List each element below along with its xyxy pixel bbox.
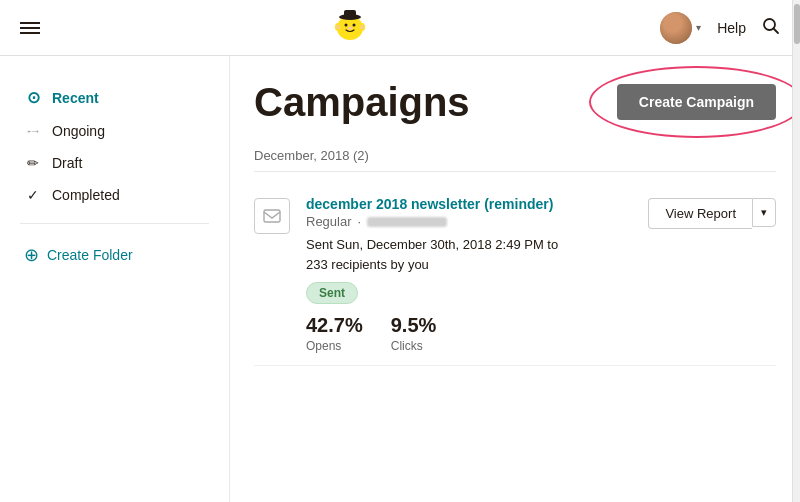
sidebar-label-recent: Recent [52, 90, 99, 106]
svg-rect-13 [264, 210, 280, 222]
page-header: Campaigns Create Campaign [254, 80, 776, 124]
sidebar-item-recent[interactable]: ⊙ Recent [0, 80, 229, 115]
campaign-item: december 2018 newsletter (reminder) Regu… [254, 184, 776, 366]
clicks-label: Clicks [391, 339, 437, 353]
user-avatar-button[interactable]: ▾ [660, 12, 701, 44]
clicks-value: 9.5% [391, 314, 437, 337]
create-folder-button[interactable]: ⊕ Create Folder [0, 236, 229, 274]
view-report-button[interactable]: View Report [648, 198, 752, 229]
draft-icon: ✏ [24, 155, 42, 171]
clicks-stat: 9.5% Clicks [391, 314, 437, 353]
create-folder-label: Create Folder [47, 247, 133, 263]
create-folder-icon: ⊕ [24, 244, 39, 266]
svg-point-3 [353, 23, 356, 26]
sidebar: ⊙ Recent ··→ Ongoing ✏ Draft ✓ Completed… [0, 56, 230, 502]
ongoing-icon: ··→ [24, 124, 42, 138]
scrollbar[interactable] [792, 0, 800, 502]
nav-left [20, 19, 40, 37]
help-link[interactable]: Help [717, 20, 746, 36]
campaign-actions: View Report ▾ [648, 198, 776, 229]
campaign-name[interactable]: december 2018 newsletter (reminder) [306, 196, 632, 212]
mailchimp-logo [330, 6, 370, 50]
completed-icon: ✓ [24, 187, 42, 203]
opens-label: Opens [306, 339, 363, 353]
campaign-type-blur [367, 217, 447, 227]
nav-center [330, 6, 370, 50]
main-layout: ⊙ Recent ··→ Ongoing ✏ Draft ✓ Completed… [0, 56, 800, 502]
svg-point-6 [337, 24, 340, 29]
svg-point-7 [361, 24, 364, 29]
nav-right: ▾ Help [660, 12, 780, 44]
opens-stat: 42.7% Opens [306, 314, 363, 353]
top-nav: ▾ Help [0, 0, 800, 56]
sidebar-item-completed[interactable]: ✓ Completed [0, 179, 229, 211]
view-report-dropdown-button[interactable]: ▾ [752, 198, 776, 227]
create-campaign-wrap: Create Campaign [617, 84, 776, 120]
main-content: Campaigns Create Campaign December, 2018… [230, 56, 800, 502]
campaign-icon [254, 198, 290, 234]
sidebar-divider [20, 223, 209, 224]
dropdown-chevron-icon: ▾ [761, 206, 767, 218]
svg-point-2 [345, 23, 348, 26]
search-icon[interactable] [762, 17, 780, 39]
sidebar-label-ongoing: Ongoing [52, 123, 105, 139]
sidebar-item-draft[interactable]: ✏ Draft [0, 147, 229, 179]
svg-point-10 [348, 26, 353, 29]
scrollbar-thumb[interactable] [794, 4, 800, 44]
avatar-chevron-icon: ▾ [696, 22, 701, 33]
campaign-sent: Sent Sun, December 30th, 2018 2:49 PM to… [306, 235, 632, 274]
campaign-info: december 2018 newsletter (reminder) Regu… [306, 196, 632, 353]
sidebar-item-ongoing[interactable]: ··→ Ongoing [0, 115, 229, 147]
sidebar-label-completed: Completed [52, 187, 120, 203]
sidebar-label-draft: Draft [52, 155, 82, 171]
svg-rect-9 [344, 10, 356, 18]
page-title: Campaigns [254, 80, 470, 124]
opens-value: 42.7% [306, 314, 363, 337]
recent-icon: ⊙ [24, 88, 42, 107]
svg-line-12 [773, 28, 778, 33]
section-header: December, 2018 (2) [254, 148, 776, 172]
campaign-type: Regular · [306, 214, 632, 229]
avatar [660, 12, 692, 44]
status-badge: Sent [306, 282, 358, 304]
hamburger-menu-icon[interactable] [20, 19, 40, 37]
campaign-stats: 42.7% Opens 9.5% Clicks [306, 314, 632, 353]
create-campaign-button[interactable]: Create Campaign [617, 84, 776, 120]
